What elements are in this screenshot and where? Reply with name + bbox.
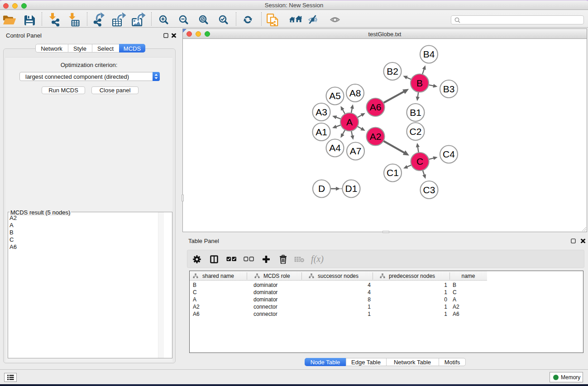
svg-text:A3: A3 xyxy=(316,107,327,117)
svg-text:C4: C4 xyxy=(443,149,455,159)
svg-text:B2: B2 xyxy=(387,66,398,76)
svg-text:A4: A4 xyxy=(329,143,341,153)
svg-text:C: C xyxy=(416,156,423,167)
svg-text:A1: A1 xyxy=(316,127,327,137)
svg-text:A6: A6 xyxy=(370,102,382,112)
svg-text:A: A xyxy=(346,117,353,127)
svg-text:A8: A8 xyxy=(349,88,361,98)
svg-text:A2: A2 xyxy=(370,131,382,142)
svg-text:D1: D1 xyxy=(345,183,358,194)
svg-text:C2: C2 xyxy=(410,126,422,137)
svg-text:D: D xyxy=(318,183,325,194)
svg-text:B4: B4 xyxy=(423,49,435,59)
svg-text:A7: A7 xyxy=(350,146,362,156)
svg-text:B1: B1 xyxy=(410,107,421,118)
svg-text:C1: C1 xyxy=(387,167,399,178)
svg-text:B: B xyxy=(416,78,423,88)
svg-text:C3: C3 xyxy=(423,185,435,195)
svg-text:B3: B3 xyxy=(443,84,455,94)
svg-text:A5: A5 xyxy=(329,91,341,101)
